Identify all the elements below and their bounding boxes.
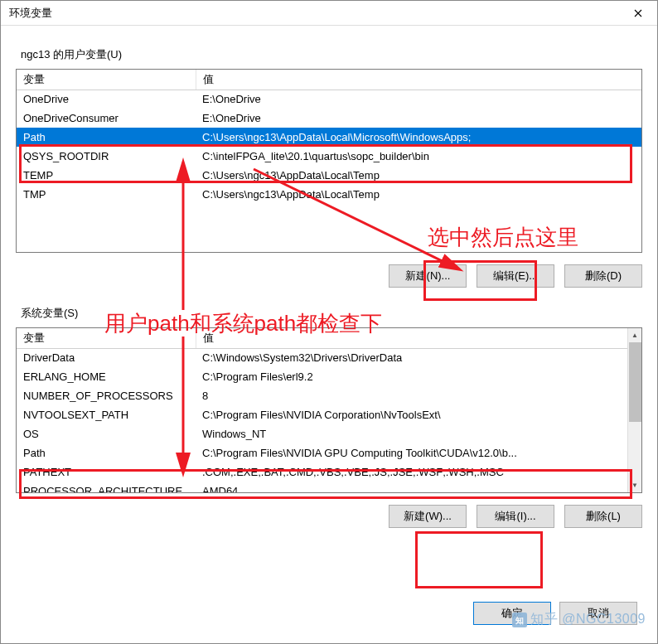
- dialog-button-row: 确定 取消: [473, 602, 637, 625]
- table-row[interactable]: PROCESSOR_ARCHITECTURE AMD64: [17, 482, 627, 492]
- user-vars-table: 变量 值 OneDrive E:\OneDrive OneDriveConsum…: [17, 70, 641, 204]
- var-name: PATHEXT: [17, 462, 196, 482]
- table-row[interactable]: PATHEXT .COM;.EXE;.BAT;.CMD;.VBS;.VBE;.J…: [17, 462, 627, 482]
- var-value: C:\intelFPGA_lite\20.1\quartus\sopc_buil…: [196, 147, 641, 166]
- column-header-value[interactable]: 值: [196, 70, 641, 90]
- edit-user-var-button[interactable]: 编辑(E)...: [477, 264, 554, 288]
- var-value: E:\OneDrive: [196, 90, 641, 109]
- var-value: C:\Users\ngc13\AppData\Local\Temp: [196, 166, 641, 185]
- table-row[interactable]: OS Windows_NT: [17, 424, 627, 443]
- env-vars-dialog: 环境变量 ngc13 的用户变量(U) 变量 值: [0, 0, 658, 644]
- user-vars-listbox[interactable]: 变量 值 OneDrive E:\OneDrive OneDriveConsum…: [16, 69, 642, 253]
- new-system-var-button[interactable]: 新建(W)...: [389, 505, 467, 528]
- close-button[interactable]: [619, 1, 657, 26]
- close-icon: [634, 9, 642, 17]
- user-vars-button-row: 新建(N)... 编辑(E)... 删除(D): [16, 264, 642, 288]
- table-row[interactable]: NVTOOLSEXT_PATH C:\Program Files\NVIDIA …: [17, 405, 627, 424]
- var-name: Path: [17, 443, 196, 462]
- var-name: QSYS_ROOTDIR: [17, 147, 196, 166]
- table-row[interactable]: ERLANG_HOME C:\Program Files\erl9.2: [17, 367, 627, 386]
- table-row[interactable]: TEMP C:\Users\ngc13\AppData\Local\Temp: [17, 166, 641, 185]
- var-name: OneDriveConsumer: [17, 109, 196, 128]
- var-name: NUMBER_OF_PROCESSORS: [17, 386, 196, 405]
- var-name: TMP: [17, 185, 196, 204]
- var-value: E:\OneDrive: [196, 109, 641, 128]
- table-row[interactable]: NUMBER_OF_PROCESSORS 8: [17, 386, 627, 405]
- table-row[interactable]: OneDriveConsumer E:\OneDrive: [17, 109, 641, 128]
- var-value: .COM;.EXE;.BAT;.CMD;.VBS;.VBE;.JS;.JSE;.…: [196, 462, 627, 482]
- titlebar: 环境变量: [1, 1, 657, 26]
- var-value: C:\Users\ngc13\AppData\Local\Microsoft\W…: [196, 128, 641, 147]
- table-row[interactable]: Path C:\Program Files\NVIDIA GPU Computi…: [17, 443, 627, 462]
- table-row[interactable]: DriverData C:\Windows\System32\Drivers\D…: [17, 348, 627, 367]
- table-row[interactable]: OneDrive E:\OneDrive: [17, 90, 641, 109]
- window-title: 环境变量: [9, 6, 52, 21]
- column-header-variable[interactable]: 变量: [17, 70, 196, 90]
- var-name: OneDrive: [17, 90, 196, 109]
- scroll-thumb[interactable]: [629, 342, 641, 422]
- column-header-value[interactable]: 值: [196, 328, 627, 348]
- ok-button[interactable]: 确定: [473, 602, 551, 625]
- var-name: DriverData: [17, 348, 196, 367]
- scroll-up-icon[interactable]: ▲: [628, 328, 641, 342]
- var-value: Windows_NT: [196, 424, 627, 443]
- new-user-var-button[interactable]: 新建(N)...: [389, 264, 467, 288]
- var-value: 8: [196, 386, 627, 405]
- var-name: ERLANG_HOME: [17, 367, 196, 386]
- var-value: AMD64: [196, 482, 627, 492]
- delete-user-var-button[interactable]: 删除(D): [564, 264, 642, 288]
- edit-system-var-button[interactable]: 编辑(I)...: [477, 505, 554, 528]
- table-row[interactable]: TMP C:\Users\ngc13\AppData\Local\Temp: [17, 185, 641, 204]
- delete-system-var-button[interactable]: 删除(L): [564, 505, 642, 528]
- var-value: C:\Program Files\NVIDIA Corporation\NvTo…: [196, 405, 627, 424]
- var-name: PROCESSOR_ARCHITECTURE: [17, 482, 196, 492]
- system-vars-button-row: 新建(W)... 编辑(I)... 删除(L): [16, 505, 642, 528]
- user-vars-label: ngc13 的用户变量(U): [21, 47, 642, 62]
- var-name: NVTOOLSEXT_PATH: [17, 405, 196, 424]
- system-vars-label: 系统变量(S): [21, 306, 642, 321]
- dialog-content: ngc13 的用户变量(U) 变量 值 OneDrive E:\OneDrive: [1, 26, 657, 543]
- system-vars-table: 变量 值 DriverData C:\Windows\System32\Driv…: [17, 328, 627, 492]
- var-value: C:\Windows\System32\Drivers\DriverData: [196, 348, 627, 367]
- var-name: Path: [17, 128, 196, 147]
- var-value: C:\Users\ngc13\AppData\Local\Temp: [196, 185, 641, 204]
- var-value: C:\Program Files\NVIDIA GPU Computing To…: [196, 443, 627, 462]
- table-row[interactable]: QSYS_ROOTDIR C:\intelFPGA_lite\20.1\quar…: [17, 147, 641, 166]
- cancel-button[interactable]: 取消: [559, 602, 637, 625]
- system-vars-listbox[interactable]: 变量 值 DriverData C:\Windows\System32\Driv…: [16, 327, 642, 493]
- var-value: C:\Program Files\erl9.2: [196, 367, 627, 386]
- column-header-variable[interactable]: 变量: [17, 328, 196, 348]
- var-name: TEMP: [17, 166, 196, 185]
- scroll-down-icon[interactable]: ▼: [628, 478, 641, 492]
- var-name: OS: [17, 424, 196, 443]
- table-row-selected[interactable]: Path C:\Users\ngc13\AppData\Local\Micros…: [17, 128, 641, 147]
- vertical-scrollbar[interactable]: ▲ ▼: [627, 328, 641, 492]
